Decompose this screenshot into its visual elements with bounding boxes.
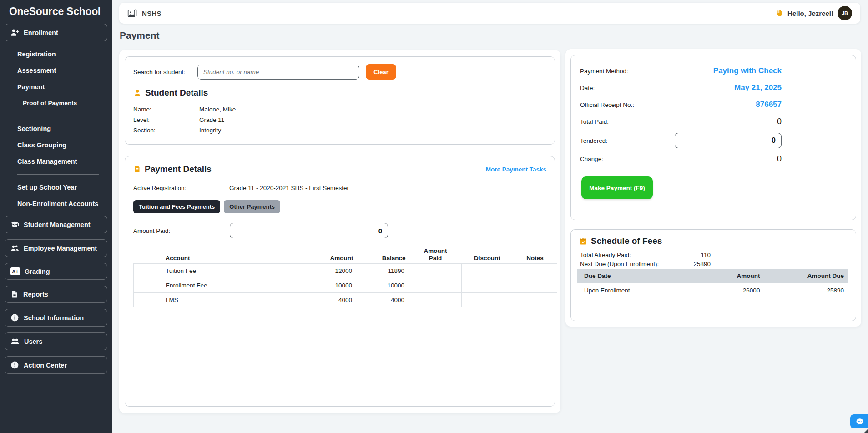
- next-due-value: 25890: [693, 261, 711, 267]
- wave-hand-icon: [775, 9, 783, 17]
- col-header-due-date: Due Date: [577, 269, 685, 283]
- student-name-row: Name: Malone, Mike: [133, 106, 236, 113]
- avatar[interactable]: JB: [838, 6, 852, 20]
- table-row: LMS 4000 4000: [134, 293, 557, 307]
- col-header-amount-paid: Amount Paid: [409, 246, 462, 264]
- more-payment-tasks-link[interactable]: More Payment Tasks: [486, 166, 546, 173]
- payment-tabs: Tuition and Fees Payments Other Payments: [133, 200, 280, 213]
- schedule-of-fees-heading: Schedule of Fees: [579, 236, 662, 246]
- a-plus-icon: A+: [10, 267, 20, 275]
- tabs-divider: [133, 216, 551, 217]
- sidebar-item-class-management[interactable]: Class Management: [17, 158, 112, 165]
- amount-paid-input[interactable]: [230, 223, 388, 238]
- image-icon: [127, 8, 137, 18]
- table-row: Enrollment Fee 10000 10000: [134, 278, 557, 293]
- table-row: Upon Enrollment 26000 25890: [577, 283, 848, 298]
- total-paid-row: Total Paid: 0: [580, 116, 782, 127]
- sidebar-item-label: Enrollment: [24, 29, 58, 36]
- col-header-account: Account: [157, 246, 306, 264]
- sidebar-item-assessment[interactable]: Assessment: [17, 67, 112, 74]
- amount-paid-cell: [409, 278, 462, 293]
- calendar-check-icon: [579, 237, 587, 245]
- amount-cell: 26000: [685, 283, 772, 298]
- col-header-amount: Amount: [685, 269, 772, 283]
- sidebar-item-class-grouping[interactable]: Class Grouping: [17, 141, 112, 149]
- student-search-card: Search for student: Clear Student Detail…: [125, 56, 555, 145]
- sidebar-item-setup-school-year[interactable]: Set up School Year: [17, 184, 112, 191]
- official-receipt-link[interactable]: 876657: [756, 100, 782, 109]
- date-row: Date: May 21, 2025: [580, 82, 782, 93]
- sidebar-item-school-information[interactable]: School Information: [5, 309, 107, 327]
- person-icon: [133, 89, 141, 97]
- student-level-value: Grade 11: [199, 116, 224, 123]
- sidebar: OneSource School Enrollment Registration…: [0, 0, 112, 433]
- sidebar-item-label: Users: [24, 338, 42, 345]
- main-panel: Search for student: Clear Student Detail…: [119, 50, 560, 413]
- school-name: NSHS: [142, 10, 161, 17]
- document-icon: [10, 290, 19, 298]
- sidebar-item-label: School Information: [24, 314, 84, 322]
- sidebar-item-grading[interactable]: A+ Grading: [5, 263, 107, 280]
- schedule-of-fees-card: Schedule of Fees Total Already Paid: 110…: [570, 229, 856, 321]
- due-date-cell: Upon Enrollment: [577, 283, 685, 298]
- sidebar-divider: [17, 174, 99, 175]
- tab-tuition-and-fees[interactable]: Tuition and Fees Payments: [133, 200, 220, 213]
- sidebar-item-non-enrollment-accounts[interactable]: Non-Enrollment Accounts: [17, 200, 112, 207]
- active-registration-row: Active Registration: Grade 11 - 2020-202…: [133, 185, 349, 191]
- balance-cell: 4000: [357, 293, 409, 307]
- fees-table: Account Amount Balance Amount Paid Disco…: [133, 246, 557, 307]
- sidebar-item-enrollment[interactable]: Enrollment: [5, 24, 107, 41]
- col-header-amount: Amount: [306, 246, 357, 264]
- row-selector-cell: [134, 264, 157, 278]
- discount-cell: [462, 293, 513, 307]
- sidebar-item-payment[interactable]: Payment: [17, 83, 112, 91]
- sidebar-item-users[interactable]: Users: [5, 332, 107, 350]
- discount-cell: [462, 264, 513, 278]
- sidebar-item-label: Reports: [23, 291, 48, 298]
- search-label: Search for student:: [133, 69, 197, 76]
- sidebar-item-proof-of-payments[interactable]: Proof of Payments: [23, 100, 112, 106]
- notes-cell: [513, 264, 557, 278]
- account-cell: LMS: [157, 293, 306, 307]
- payment-details-heading: Payment Details: [133, 164, 212, 174]
- amount-paid-cell: [409, 293, 462, 307]
- student-section-row: Section: Integrity: [133, 127, 236, 134]
- col-header-discount: Discount: [462, 246, 513, 264]
- make-payment-button[interactable]: Make Payment (F9): [581, 176, 653, 199]
- search-input[interactable]: [197, 65, 359, 80]
- people-icon: [10, 244, 19, 252]
- date-link[interactable]: May 21, 2025: [734, 83, 782, 92]
- payment-method-link[interactable]: Paying with Check: [713, 66, 782, 76]
- tab-other-payments[interactable]: Other Payments: [224, 200, 280, 213]
- corner-artifact: [864, 429, 868, 433]
- sidebar-item-action-center[interactable]: Action Center: [5, 356, 107, 374]
- chat-button[interactable]: [850, 414, 868, 428]
- amount-due-cell: 25890: [772, 283, 848, 298]
- total-already-paid-row: Total Already Paid: 110: [580, 252, 711, 258]
- balance-cell: 10000: [357, 278, 409, 293]
- student-level-row: Level: Grade 11: [133, 116, 236, 123]
- user-plus-icon: [10, 28, 19, 37]
- sidebar-item-label: Grading: [25, 268, 50, 275]
- sidebar-item-sectioning[interactable]: Sectioning: [17, 125, 112, 132]
- total-paid-value: 0: [777, 117, 782, 126]
- sidebar-item-registration[interactable]: Registration: [17, 50, 112, 58]
- balance-cell: 11890: [357, 264, 409, 278]
- official-receipt-row: Official Receipt No.: 876657: [580, 99, 782, 110]
- student-details-rows: Name: Malone, Mike Level: Grade 11 Secti…: [133, 106, 236, 137]
- sidebar-item-reports[interactable]: Reports: [5, 286, 107, 303]
- amount-cell: 10000: [306, 278, 357, 293]
- sidebar-item-student-management[interactable]: Student Management: [5, 216, 107, 233]
- sidebar-item-label: Student Management: [24, 221, 91, 228]
- sidebar-item-label: Employee Management: [24, 245, 97, 252]
- tendered-input[interactable]: [675, 133, 782, 148]
- school-selector[interactable]: NSHS: [127, 8, 161, 18]
- tendered-row: Tendered:: [580, 133, 782, 148]
- sidebar-item-label: Action Center: [24, 362, 67, 369]
- row-selector-cell: [134, 278, 157, 293]
- payment-summary-card: Payment Method: Paying with Check Date: …: [570, 55, 856, 220]
- sidebar-item-employee-management[interactable]: Employee Management: [5, 239, 107, 257]
- col-header-notes: Notes: [513, 246, 557, 264]
- clear-button[interactable]: Clear: [366, 64, 396, 80]
- col-header-balance: Balance: [357, 246, 409, 264]
